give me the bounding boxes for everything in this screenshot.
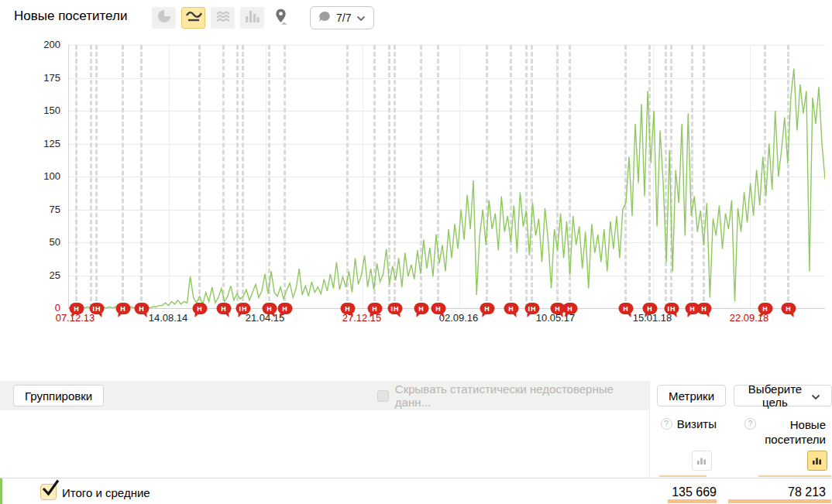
comment-marker[interactable]: Н <box>642 303 657 314</box>
comment-marker[interactable]: Н <box>619 303 634 314</box>
comment-marker[interactable]: ІН <box>388 303 403 314</box>
series-color-strip <box>0 478 2 504</box>
comment-marker[interactable]: Н <box>504 303 518 314</box>
comment-marker[interactable]: Н <box>341 303 356 314</box>
total-row-checkbox[interactable] <box>40 484 57 500</box>
comment-marker[interactable]: Н <box>193 303 208 314</box>
comment-marker[interactable]: Н <box>781 303 796 314</box>
y-tick-label: 50 <box>0 236 60 248</box>
metrics-button[interactable]: Метрики <box>657 385 726 406</box>
total-row-label: Итого и средние <box>62 486 150 499</box>
metric-bars-button-visits[interactable] <box>692 451 712 471</box>
hide-unreliable-label: Скрывать статистически недостоверные дан… <box>395 382 649 409</box>
column-label-visits: Визиты <box>677 417 717 430</box>
select-goal-button[interactable]: Выберите цель <box>734 385 832 406</box>
yandex-metrica-report: Новые посетители <box>0 0 832 504</box>
x-tick-label: 14.08.14 <box>149 312 188 324</box>
line-series <box>69 45 825 308</box>
comment-marker[interactable]: Н <box>263 303 277 314</box>
comment-marker[interactable]: Н <box>697 303 712 314</box>
checkmark-icon <box>40 478 60 497</box>
comment-marker[interactable]: Н <box>134 303 149 314</box>
metric-bars-button-new-visitors[interactable] <box>807 451 827 471</box>
help-icon[interactable]: ? <box>661 418 672 430</box>
table-header: ? Визиты ? Новые посетители <box>0 410 832 478</box>
chevron-down-icon <box>811 389 820 403</box>
comment-marker[interactable]: Н <box>278 303 293 314</box>
value-bar-new-visitors <box>728 499 831 503</box>
comment-marker[interactable]: Н <box>480 303 495 314</box>
column-scale-line <box>659 475 707 477</box>
comment-marker[interactable]: Н <box>431 303 445 314</box>
hide-unreliable-group: Скрывать статистически недостоверные дан… <box>377 381 649 410</box>
total-visits-value: 135 669 <box>672 485 717 499</box>
y-tick-label: 100 <box>0 170 60 182</box>
help-icon[interactable]: ? <box>744 418 756 430</box>
comment-marker[interactable]: Н <box>69 303 84 314</box>
line-chart: НІНННННІНННННІНННННІНННННІННННН 02550751… <box>0 0 832 381</box>
metrics-controls: Метрики Выберите цель <box>649 381 832 410</box>
groupings-button[interactable]: Группировки <box>13 385 104 406</box>
mini-bars-icon <box>812 454 823 468</box>
comment-marker[interactable]: Н <box>115 303 130 314</box>
hide-unreliable-checkbox[interactable] <box>377 390 389 402</box>
column-header-new-visitors: ? Новые посетители <box>744 417 826 447</box>
report-controls-bar: Группировки Скрывать статистически недос… <box>0 381 649 410</box>
y-tick-label: 0 <box>0 302 60 314</box>
comment-marker[interactable]: Н <box>216 303 231 314</box>
select-goal-label: Выберите цель <box>745 382 805 409</box>
column-scale-line <box>758 475 831 477</box>
comment-marker[interactable]: ІН <box>524 303 539 314</box>
x-tick-label: 02.09.16 <box>439 312 479 324</box>
plot-area: НІНННННІНННННІНННННІНННННІННННН <box>68 45 825 309</box>
mini-bars-icon <box>696 454 707 468</box>
comment-marker[interactable]: ІН <box>236 303 250 314</box>
y-tick-label: 125 <box>0 138 60 149</box>
column-divider <box>649 410 650 478</box>
y-tick-label: 150 <box>0 105 60 116</box>
y-tick-label: 75 <box>0 204 60 215</box>
column-label-new-visitors: Новые посетители <box>761 417 826 447</box>
totals-row: Итого и средние 135 669 78 213 <box>0 478 832 504</box>
value-bar-visits <box>668 499 717 503</box>
comment-marker[interactable]: Н <box>562 303 577 314</box>
y-tick-label: 175 <box>0 72 60 84</box>
comment-marker[interactable]: ІН <box>90 303 105 314</box>
comment-marker[interactable]: ІН <box>664 303 679 314</box>
comment-marker[interactable]: Н <box>367 303 382 314</box>
total-new-visitors-value: 78 213 <box>788 485 826 499</box>
comment-marker[interactable]: Н <box>758 303 772 314</box>
y-tick-label: 200 <box>0 39 60 50</box>
y-tick-label: 25 <box>0 269 60 281</box>
comment-marker[interactable]: Н <box>414 303 429 314</box>
column-header-visits: ? Визиты <box>661 417 717 430</box>
